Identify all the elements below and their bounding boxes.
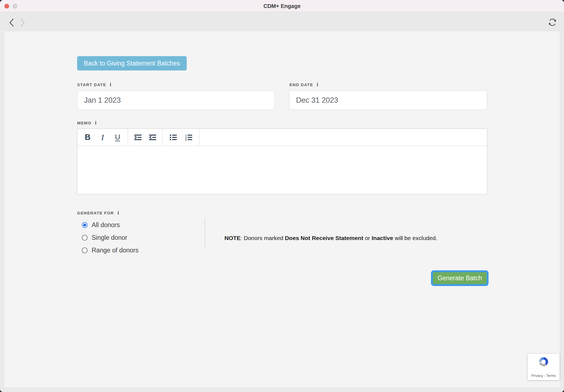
chevron-left-icon (8, 18, 15, 27)
end-date-label-text: END DATE (289, 82, 313, 87)
radio-circle (82, 235, 88, 241)
refresh-button[interactable] (547, 17, 557, 27)
bulleted-list-icon (169, 134, 177, 141)
info-icon[interactable]: i (95, 120, 96, 125)
note-text: : Donors marked (240, 235, 285, 241)
back-nav-button[interactable] (8, 18, 15, 27)
note-bold: Inactive (372, 235, 393, 241)
memo-label-text: MEMO (77, 121, 91, 125)
numbered-list-icon: 1 2 3 (185, 134, 192, 141)
memo-format-toolbar: B I U (77, 129, 487, 146)
list-group: 1 2 3 (163, 129, 199, 146)
memo-editor: B I U (77, 129, 487, 194)
generate-statement-form: Back to Giving Statement Batches START D… (4, 31, 560, 387)
text-style-group: B I U (77, 129, 128, 146)
generate-for-label: GENERATE FOR i (77, 210, 119, 215)
bulleted-list-button[interactable] (166, 131, 181, 144)
indent-increase-icon (134, 134, 142, 141)
toolbar-filler (199, 129, 487, 146)
indent-group (128, 129, 163, 146)
history-buttons (8, 18, 26, 27)
start-date-label: START DATE i (77, 82, 111, 87)
content-frame: Back to Giving Statement Batches START D… (0, 31, 564, 392)
bold-button[interactable]: B (80, 131, 95, 144)
radio-all-donors[interactable]: All donors (82, 221, 120, 229)
exclusion-note: NOTE: Donors marked Does Not Receive Sta… (224, 234, 439, 242)
indent-button[interactable] (131, 131, 145, 144)
underline-button[interactable]: U (110, 131, 125, 144)
radio-circle (82, 222, 88, 228)
recaptcha-badge[interactable]: Privacy - Terms (528, 354, 560, 380)
note-bold: NOTE (224, 235, 240, 241)
note-text: will be excluded. (393, 235, 437, 241)
indent-decrease-icon (149, 134, 156, 141)
info-icon[interactable]: i (118, 210, 119, 215)
end-date-label: END DATE i (289, 82, 318, 87)
memo-text-area[interactable] (77, 146, 487, 194)
numbered-list-button[interactable]: 1 2 3 (181, 131, 196, 144)
radio-circle (82, 247, 88, 253)
start-date-label-text: START DATE (77, 82, 106, 87)
note-text: or (363, 235, 372, 241)
radio-label: All donors (92, 221, 120, 229)
memo-label: MEMO i (77, 120, 96, 125)
app-window: CDM+ Engage (0, 0, 564, 392)
nav-toolbar (0, 12, 564, 31)
end-date-input[interactable] (289, 91, 487, 110)
section-divider (205, 218, 205, 249)
outdent-button[interactable] (145, 131, 160, 144)
radio-single-donor[interactable]: Single donor (82, 233, 127, 242)
chevron-right-icon (19, 18, 26, 27)
svg-text:3: 3 (185, 138, 187, 141)
forward-nav-button[interactable] (19, 18, 26, 27)
info-icon[interactable]: i (317, 82, 318, 87)
italic-icon: I (101, 133, 104, 142)
italic-button[interactable]: I (95, 131, 110, 144)
bold-icon: B (85, 133, 91, 142)
info-icon[interactable]: i (110, 82, 111, 87)
underline-icon: U (115, 133, 120, 141)
generate-for-label-text: GENERATE FOR (77, 211, 114, 215)
window-title: CDM+ Engage (0, 0, 564, 12)
radio-range-of-donors[interactable]: Range of donors (82, 246, 139, 254)
refresh-icon (547, 17, 557, 27)
recaptcha-icon (537, 356, 550, 368)
radio-label: Range of donors (92, 247, 139, 254)
generate-batch-button[interactable]: Generate Batch (433, 272, 487, 284)
titlebar: CDM+ Engage (0, 0, 564, 12)
back-to-batches-button[interactable]: Back to Giving Statement Batches (77, 56, 187, 70)
privacy-terms-link[interactable]: Privacy - Terms (532, 374, 556, 378)
note-bold: Does Not Receive Statement (285, 235, 363, 241)
radio-label: Single donor (92, 234, 127, 241)
start-date-input[interactable] (77, 91, 275, 110)
